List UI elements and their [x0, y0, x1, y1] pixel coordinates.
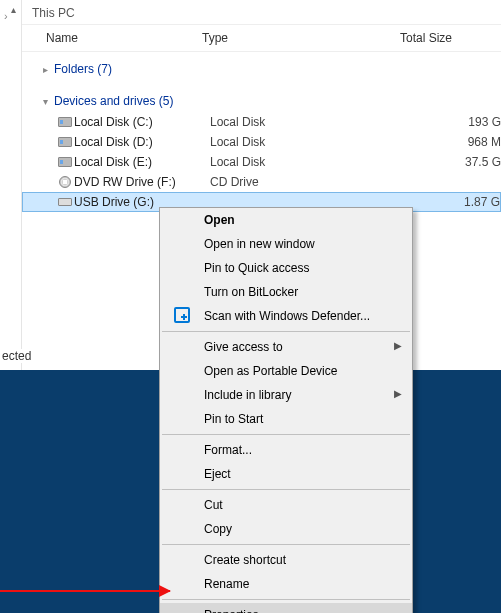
- column-size[interactable]: Total Size: [400, 31, 501, 45]
- column-headers[interactable]: Name Type Total Size: [22, 25, 501, 52]
- drive-size: 37.5 G: [408, 155, 501, 169]
- menu-item-open-in-new-window[interactable]: Open in new window: [160, 232, 412, 256]
- usb-drive-icon: [56, 198, 74, 206]
- menu-item-copy[interactable]: Copy: [160, 517, 412, 541]
- group-label: Folders (7): [54, 62, 112, 76]
- drive-type: Local Disk: [210, 135, 408, 149]
- drive-name: Local Disk (C:): [74, 115, 210, 129]
- menu-item-properties[interactable]: Properties: [160, 603, 412, 613]
- chevron-right-icon: ▶: [394, 340, 402, 351]
- menu-item-pin-to-quick-access[interactable]: Pin to Quick access: [160, 256, 412, 280]
- menu-separator: [162, 331, 410, 332]
- menu-item-open-as-portable-device[interactable]: Open as Portable Device: [160, 359, 412, 383]
- drive-size: 193 G: [408, 115, 501, 129]
- drive-row[interactable]: DVD RW Drive (F:)CD Drive: [22, 172, 501, 192]
- menu-separator: [162, 544, 410, 545]
- drive-type: Local Disk: [210, 155, 408, 169]
- drive-name: DVD RW Drive (F:): [74, 175, 210, 189]
- location-path[interactable]: This PC: [22, 0, 501, 25]
- chevron-down-icon[interactable]: [40, 96, 50, 107]
- menu-item-create-shortcut[interactable]: Create shortcut: [160, 548, 412, 572]
- drive-name: Local Disk (D:): [74, 135, 210, 149]
- menu-item-include-in-library[interactable]: Include in library▶: [160, 383, 412, 407]
- menu-separator: [162, 599, 410, 600]
- annotation-arrow: [0, 590, 170, 592]
- hdd-drive-icon: [56, 157, 74, 167]
- chevron-right-icon[interactable]: [40, 64, 50, 75]
- context-menu: OpenOpen in new windowPin to Quick acces…: [159, 207, 413, 613]
- menu-item-rename[interactable]: Rename: [160, 572, 412, 596]
- status-bar-fragment: ected: [0, 349, 33, 363]
- column-type[interactable]: Type: [202, 31, 400, 45]
- dvd-drive-icon: [56, 176, 74, 188]
- group-label: Devices and drives (5): [54, 94, 173, 108]
- menu-separator: [162, 489, 410, 490]
- scrollbar[interactable]: ▴▾: [11, 4, 16, 364]
- menu-item-open[interactable]: Open: [160, 208, 412, 232]
- menu-item-pin-to-start[interactable]: Pin to Start: [160, 407, 412, 431]
- menu-item-scan-with-windows-defender[interactable]: Scan with Windows Defender...: [160, 304, 412, 328]
- menu-item-format[interactable]: Format...: [160, 438, 412, 462]
- menu-item-give-access-to[interactable]: Give access to▶: [160, 335, 412, 359]
- drive-type: CD Drive: [210, 175, 408, 189]
- content-area: Folders (7) Devices and drives (5) Local…: [22, 52, 501, 212]
- menu-item-cut[interactable]: Cut: [160, 493, 412, 517]
- hdd-drive-icon: [56, 137, 74, 147]
- chevron-right-icon: ▶: [394, 388, 402, 399]
- menu-item-eject[interactable]: Eject: [160, 462, 412, 486]
- drive-row[interactable]: Local Disk (C:)Local Disk193 G: [22, 112, 501, 132]
- shield-icon: [174, 307, 190, 323]
- menu-item-turn-on-bitlocker[interactable]: Turn on BitLocker: [160, 280, 412, 304]
- menu-separator: [162, 434, 410, 435]
- drive-row[interactable]: Local Disk (E:)Local Disk37.5 G: [22, 152, 501, 172]
- nav-pane[interactable]: › ▴▾: [0, 0, 22, 370]
- group-drives[interactable]: Devices and drives (5): [22, 90, 501, 112]
- drive-name: Local Disk (E:): [74, 155, 210, 169]
- drive-size: 1.87 G: [408, 195, 500, 209]
- hdd-drive-icon: [56, 117, 74, 127]
- chevron-right-icon[interactable]: ›: [4, 10, 8, 22]
- drive-row[interactable]: Local Disk (D:)Local Disk968 M: [22, 132, 501, 152]
- drive-type: Local Disk: [210, 115, 408, 129]
- column-name[interactable]: Name: [46, 31, 202, 45]
- drive-size: 968 M: [408, 135, 501, 149]
- group-folders[interactable]: Folders (7): [22, 58, 501, 80]
